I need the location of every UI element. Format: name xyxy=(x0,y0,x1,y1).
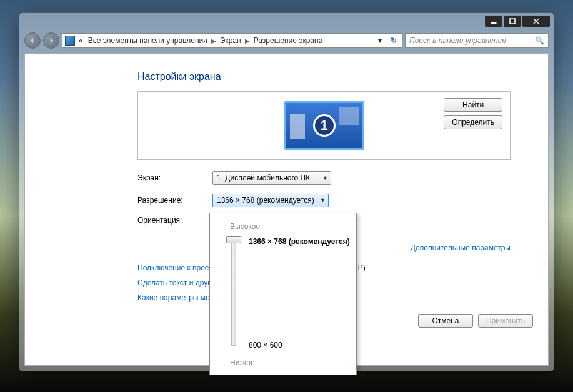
control-panel-icon xyxy=(65,36,75,46)
breadcrumb-root[interactable]: « xyxy=(77,36,84,45)
chevron-down-icon: ▼ xyxy=(320,197,326,203)
detect-button[interactable]: Найти xyxy=(444,98,502,112)
close-button[interactable] xyxy=(522,16,550,27)
resolution-select[interactable]: 1366 × 768 (рекомендуется) ▼ xyxy=(212,194,329,207)
nav-row: « Все элементы панели управления ▶ Экран… xyxy=(19,31,554,51)
monitor-number: 1 xyxy=(313,114,336,137)
control-panel-window: « Все элементы панели управления ▶ Экран… xyxy=(19,12,554,371)
svg-rect-0 xyxy=(491,22,496,24)
resolution-slider-track[interactable] xyxy=(231,240,236,346)
refresh-button[interactable]: ↻ xyxy=(387,36,399,45)
breadcrumb-item-2[interactable]: Разрешение экрана xyxy=(252,36,324,45)
display-preview: 1 Найти Определить xyxy=(137,91,511,160)
chevron-down-icon: ▼ xyxy=(322,175,328,181)
search-placeholder: Поиск в панели управления xyxy=(409,36,506,45)
forward-button[interactable] xyxy=(43,32,59,49)
projector-link[interactable]: Подключение к проек xyxy=(137,263,212,272)
address-dropdown-icon[interactable]: ▾ xyxy=(376,36,384,45)
search-icon[interactable]: 🔍 xyxy=(535,36,544,45)
resolution-popup: Высокое 1366 × 768 (рекомендуется) 800 ×… xyxy=(209,213,357,375)
display-select[interactable]: 1. Дисплей мобильного ПК ▼ xyxy=(212,171,331,185)
apply-button[interactable]: Применить xyxy=(478,314,533,328)
dialog-footer: OK Отмена Применить xyxy=(358,314,533,328)
maximize-button[interactable] xyxy=(504,16,521,27)
resolution-option-bottom[interactable]: 800 × 600 xyxy=(249,341,282,350)
popup-low-label: Низкое xyxy=(230,358,255,367)
chevron-right-icon: ▶ xyxy=(245,37,250,44)
address-bar[interactable]: « Все элементы панели управления ▶ Экран… xyxy=(62,33,402,48)
breadcrumb-item-0[interactable]: Все элементы панели управления xyxy=(87,36,209,45)
chevron-right-icon: ▶ xyxy=(211,37,216,44)
breadcrumb-item-1[interactable]: Экран xyxy=(219,36,242,45)
resolution-slider-thumb[interactable] xyxy=(226,236,241,243)
orientation-label: Ориентация: xyxy=(137,216,212,225)
minimize-button[interactable] xyxy=(485,16,502,27)
resolution-option-top[interactable]: 1366 × 768 (рекомендуется) xyxy=(249,237,350,246)
svg-rect-1 xyxy=(510,19,515,24)
display-label: Экран: xyxy=(137,174,212,182)
search-input[interactable]: Поиск в панели управления 🔍 xyxy=(405,33,549,48)
popup-high-label: Высокое xyxy=(230,222,346,231)
titlebar[interactable] xyxy=(19,13,554,31)
monitor-thumbnail[interactable]: 1 xyxy=(284,101,364,150)
resolution-label: Разрешение: xyxy=(137,196,212,205)
back-button[interactable] xyxy=(24,32,41,49)
identify-button[interactable]: Определить xyxy=(444,115,502,129)
cancel-button[interactable]: Отмена xyxy=(418,314,473,328)
page-title: Настройки экрана xyxy=(137,71,511,82)
